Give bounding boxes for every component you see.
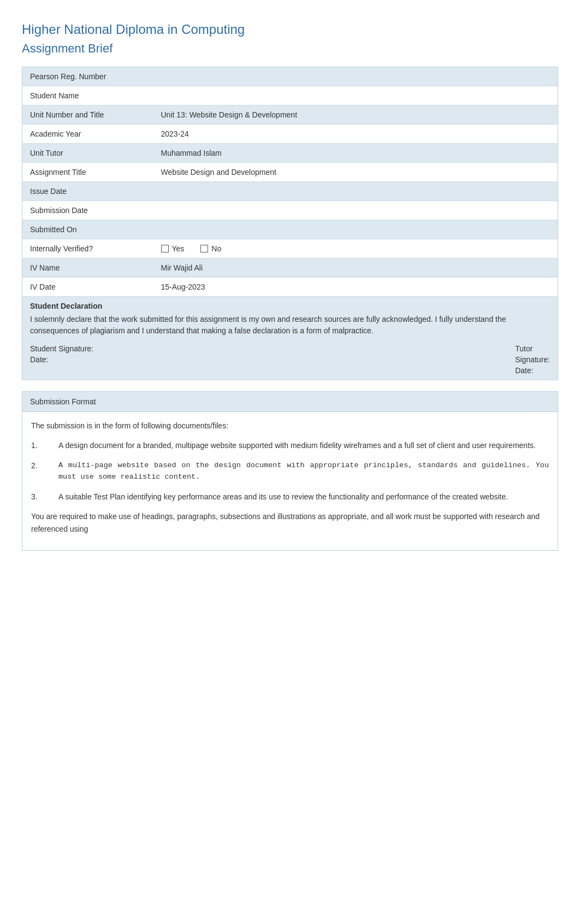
list-num-1: 1.	[31, 439, 58, 451]
signature-right: Tutor Signature: Date:	[515, 344, 550, 375]
date-right-label: Date:	[515, 366, 550, 375]
date-left-label: Date:	[30, 355, 93, 364]
checkbox-yes-box[interactable]	[161, 245, 169, 252]
table-row-label: Pearson Reg. Number	[22, 67, 153, 86]
page-subtitle: Assignment Brief	[22, 42, 558, 56]
table-row-value: Website Design and Development	[153, 163, 558, 182]
list-item-3: 3. A suitable Test Plan identifying key …	[31, 491, 549, 503]
internally-verified-row: Internally Verified? Yes No	[22, 239, 558, 258]
internally-verified-label: Internally Verified?	[22, 239, 153, 258]
table-row-label: Assignment Title	[22, 163, 153, 182]
list-num-2: 2.	[31, 460, 58, 483]
list-text-2: A multi-page website based on the design…	[58, 460, 549, 483]
tutor-label: Tutor	[515, 344, 550, 353]
table-row: Submitted On	[22, 220, 558, 239]
list-text-1: A design document for a branded, multipa…	[58, 439, 549, 451]
table-row-label: Submitted On	[22, 220, 153, 239]
no-checkbox[interactable]: No	[200, 244, 221, 253]
declaration-row: Student Declaration I solemnly declare t…	[22, 297, 558, 380]
submission-format-content: The submission is in the form of followi…	[22, 412, 558, 550]
table-row-value	[153, 67, 558, 86]
table-row: Unit Number and TitleUnit 13: Website De…	[22, 105, 558, 125]
checkbox-no-box[interactable]	[200, 245, 208, 252]
student-signature-label: Student Signature:	[30, 344, 93, 353]
table-row: Pearson Reg. Number	[22, 67, 558, 86]
list-num-3: 3.	[31, 491, 58, 503]
list-text-3: A suitable Test Plan identifying key per…	[58, 491, 549, 503]
signature-row: Student Signature: Date: Tutor Signature…	[30, 344, 550, 375]
submission-format-section: Submission Format The submission is in t…	[22, 391, 558, 551]
table-row: Assignment TitleWebsite Design and Devel…	[22, 163, 558, 182]
table-row-label: Student Name	[22, 86, 153, 105]
declaration-label: Student Declaration	[30, 302, 550, 310]
table-row: Academic Year2023-24	[22, 125, 558, 144]
iv-name-row: IV NameMir Wajid Ali	[22, 258, 558, 278]
page-title: Higher National Diploma in Computing	[22, 22, 558, 37]
table-row-value	[153, 201, 558, 220]
table-row: Issue Date	[22, 182, 558, 201]
table-row: Unit TutorMuhammad Islam	[22, 144, 558, 163]
submission-format-header: Submission Format	[22, 392, 558, 412]
table-row-label: Academic Year	[22, 125, 153, 144]
submission-footer: You are required to make use of headings…	[31, 510, 549, 535]
list-item-2: 2. A multi-page website based on the des…	[31, 460, 549, 483]
table-row-label: Unit Number and Title	[22, 105, 153, 125]
tutor-signature-label: Signature:	[515, 355, 550, 364]
no-label: No	[211, 244, 221, 253]
info-table: Pearson Reg. NumberStudent NameUnit Numb…	[22, 67, 558, 380]
table-row-value	[153, 86, 558, 105]
table-row-value: Muhammad Islam	[153, 144, 558, 163]
table-row: Submission Date	[22, 201, 558, 220]
submission-intro: The submission is in the form of followi…	[31, 420, 549, 432]
list-item-1: 1. A design document for a branded, mult…	[31, 439, 549, 451]
table-row-value	[153, 220, 558, 239]
declaration-text: I solemnly declare that the work submitt…	[30, 314, 550, 337]
yes-label: Yes	[172, 244, 185, 253]
table-row-label: Issue Date	[22, 182, 153, 201]
table-row-value	[153, 182, 558, 201]
yes-checkbox[interactable]: Yes	[161, 244, 185, 253]
signature-left: Student Signature: Date:	[30, 344, 93, 375]
table-row-label: Submission Date	[22, 201, 153, 220]
table-row: Student Name	[22, 86, 558, 105]
iv-date-row: IV Date15-Aug-2023	[22, 278, 558, 297]
table-row-value: Unit 13: Website Design & Development	[153, 105, 558, 125]
table-row-label: Unit Tutor	[22, 144, 153, 163]
table-row-value: 2023-24	[153, 125, 558, 144]
